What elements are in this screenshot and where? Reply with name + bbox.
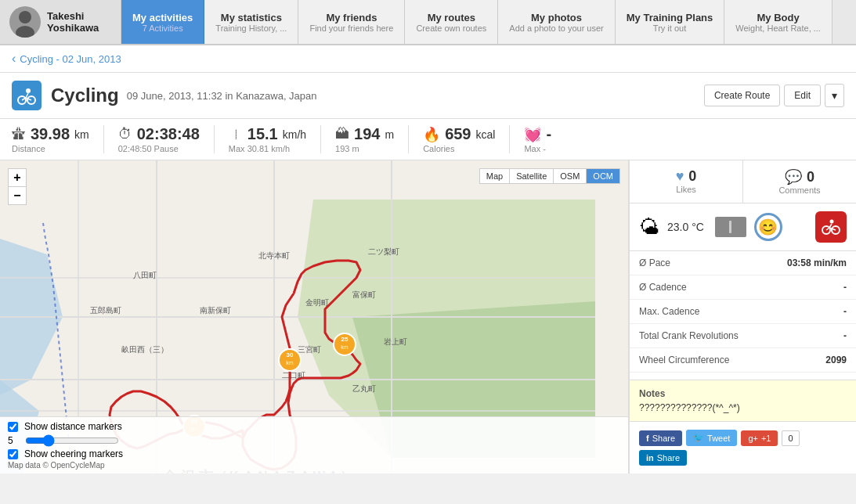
activity-badge: [815, 211, 847, 243]
speed-sub: Max 30.81 km/h: [229, 144, 306, 153]
linkedin-share-button[interactable]: in Share: [639, 450, 687, 466]
edit-button[interactable]: Edit: [784, 85, 821, 106]
slider-row: 5: [8, 434, 620, 447]
nav-tabs: My activities 7 Activities My statistics…: [121, 0, 856, 44]
duration-icon: ⏱: [118, 126, 132, 142]
elevation-unit: m: [385, 128, 394, 141]
tab-statistics[interactable]: My statistics Training History, ...: [204, 0, 298, 44]
svg-text:乙丸町: 乙丸町: [352, 384, 376, 393]
map-type-satellite[interactable]: Satellite: [510, 169, 554, 183]
svg-text:五郎島町: 五郎島町: [90, 306, 121, 315]
comments-count: 0: [807, 169, 814, 185]
zoom-out-button[interactable]: −: [8, 186, 27, 205]
map-attribution: Map data © OpenCycleMap: [8, 461, 620, 470]
comments-label: Comments: [778, 185, 820, 195]
tab-activities[interactable]: My activities 7 Activities: [121, 0, 204, 44]
notes-content: ??????????????(*^_^*): [639, 402, 847, 413]
likes-section: ♥ 0 Likes: [630, 160, 743, 203]
social-bar: ♥ 0 Likes 💬 0 Comments: [630, 160, 856, 203]
map-type-osm[interactable]: OSM: [554, 169, 587, 183]
svg-text:北寺本町: 北寺本町: [258, 251, 290, 260]
notes-title: Notes: [639, 388, 847, 399]
svg-text:畝田西（三）: 畝田西（三）: [121, 345, 168, 354]
tab-training-main: My Training Plans: [627, 12, 713, 23]
map-type-map[interactable]: Map: [480, 169, 510, 183]
hr-sub: Max -: [524, 144, 551, 153]
distance-value: 39.98: [31, 125, 70, 143]
googleplus-share-button[interactable]: g+ +1: [741, 430, 778, 446]
mood-icon: 😊: [754, 213, 782, 241]
show-distance-label: Show distance markers: [24, 421, 122, 432]
tab-photos[interactable]: My photos Add a photo to your user: [498, 0, 615, 44]
pace-row: Ø Pace 03:58 min/km: [630, 251, 856, 275]
comments-section: 💬 0 Comments: [743, 160, 856, 203]
weather-cloud-icon: 🌤: [639, 215, 659, 239]
svg-line-56: [829, 224, 832, 228]
svg-point-55: [830, 220, 834, 224]
tab-body-main: My Body: [757, 12, 800, 23]
activity-date-text: 09 June, 2013, 11:32 in Kanazawa, Japan: [127, 90, 317, 102]
wheel-value: 2099: [825, 355, 847, 365]
map-container: 金 沢 市（ＫＡＮＡＺＡＷＡ） 五郎島町 八田町 北寺本町 二ツ梨町 畝田西（三…: [0, 160, 629, 473]
pace-value: 03:58 min/km: [787, 257, 847, 268]
distance-label: Distance: [12, 144, 89, 153]
facebook-share-button[interactable]: f Share: [639, 430, 682, 446]
tab-body[interactable]: My Body Weight, Heart Rate, ...: [724, 0, 833, 44]
tab-routes[interactable]: My routes Create own routes: [405, 0, 498, 44]
svg-text:三宮町: 三宮町: [298, 345, 321, 354]
breadcrumb-link[interactable]: Cycling - 02 Jun, 2013: [20, 53, 121, 65]
tab-routes-sub: Create own routes: [416, 23, 486, 33]
likes-label: Likes: [676, 185, 696, 194]
crank-value: -: [843, 330, 847, 341]
map-type-ocm[interactable]: OCM: [587, 169, 619, 183]
slider-value: 5: [8, 435, 19, 446]
stat-duration: ⏱ 02:38:48 02:48:50 Pause: [104, 125, 215, 153]
zoom-in-button[interactable]: +: [8, 168, 27, 187]
svg-text:八田町: 八田町: [133, 271, 157, 279]
tab-routes-main: My routes: [428, 12, 475, 23]
svg-point-0: [19, 11, 31, 23]
svg-text:30: 30: [287, 351, 294, 358]
hr-icon: 💓: [524, 126, 541, 143]
user-first-name: Takeshi: [47, 10, 99, 22]
activity-title-text: Cycling: [51, 85, 119, 106]
linkedin-icon: in: [646, 453, 654, 463]
stat-distance: 🛣 39.98 km Distance: [12, 125, 104, 153]
svg-text:二ツ梨町: 二ツ梨町: [368, 247, 399, 256]
googleplus-icon: g+: [748, 434, 758, 443]
calories-label: Calories: [423, 144, 495, 153]
tab-training[interactable]: My Training Plans Try it out: [616, 0, 725, 44]
notes-section: Notes ??????????????(*^_^*): [630, 380, 856, 422]
show-distance-checkbox[interactable]: [8, 422, 18, 432]
distance-slider[interactable]: [25, 434, 119, 447]
twitter-share-button[interactable]: 🐦 Tweet: [686, 430, 737, 446]
activity-type-icon: [12, 81, 42, 110]
create-route-button[interactable]: Create Route: [704, 85, 780, 106]
tab-body-sub: Weight, Heart Rate, ...: [735, 23, 821, 33]
speed-icon: ⟋: [225, 124, 247, 146]
right-panel: ♥ 0 Likes 💬 0 Comments 🌤 23.0 °C: [629, 160, 856, 473]
max-cadence-label: Max. Cadence: [639, 306, 699, 317]
show-cheering-checkbox[interactable]: [8, 449, 18, 459]
elevation-sub: 193 m: [335, 144, 394, 153]
svg-text:25: 25: [341, 336, 349, 343]
svg-text:富保町: 富保町: [352, 290, 376, 299]
svg-text:km: km: [341, 344, 349, 350]
tab-training-sub: Try it out: [653, 23, 686, 33]
twitter-icon: 🐦: [693, 433, 704, 443]
breadcrumb-arrow: ‹: [12, 52, 16, 66]
duration-value: 02:38:48: [137, 125, 200, 143]
svg-line-57: [826, 228, 829, 230]
road-icon: [715, 217, 746, 237]
weather-temp: 23.0 °C: [667, 221, 704, 233]
weather-bar: 🌤 23.0 °C 😊: [630, 203, 856, 251]
hr-value: -: [546, 125, 551, 143]
main-content: 金 沢 市（ＫＡＮＡＺＡＷＡ） 五郎島町 八田町 北寺本町 二ツ梨町 畝田西（三…: [0, 160, 856, 473]
tab-photos-main: My photos: [531, 12, 582, 23]
avatar: [9, 6, 41, 38]
dropdown-button[interactable]: ▾: [825, 84, 844, 107]
tab-friends[interactable]: My friends Find your friends here: [298, 0, 405, 44]
facebook-icon: f: [646, 434, 649, 443]
svg-text:km: km: [286, 360, 294, 365]
activity-stats-table: Ø Pace 03:58 min/km Ø Cadence - Max. Cad…: [630, 251, 856, 380]
